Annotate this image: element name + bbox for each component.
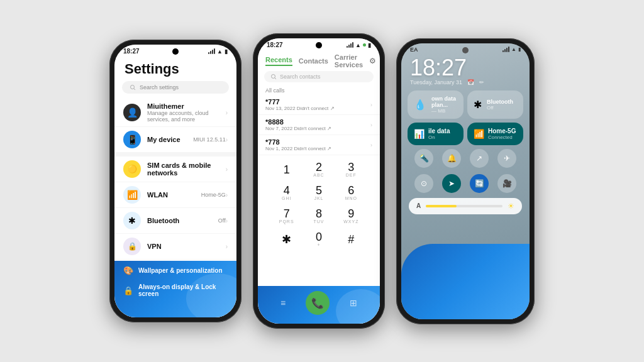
keypad: 1 2ABC 3DEF 4GHI 5JKL 6MNO 7PQRS 8TUV 9W… xyxy=(258,155,380,253)
cc-tile-wifi[interactable]: 📶 Home-5G Connected xyxy=(467,123,523,145)
status-icons-phone2: ▲ ▮ xyxy=(347,42,371,48)
call-arrow-1: › xyxy=(370,122,372,128)
chevron-icon-miuithemer: › xyxy=(226,109,228,116)
wifi-cc-icon: 📶 xyxy=(474,129,484,139)
dialer-tabs: Recents Contacts Carrier Services ⚙ xyxy=(258,50,380,71)
call-item-0[interactable]: *777 Nov 13, 2022 Didn't connect ↗ › xyxy=(258,95,380,115)
settings-search[interactable]: Search settings xyxy=(122,81,229,94)
phone2-screen: 18:27 ▲ ▮ Recents xyxy=(258,38,380,324)
call-button[interactable]: 📞 xyxy=(306,291,330,315)
flashlight-button[interactable]: 🔦 xyxy=(414,149,433,168)
chevron-icon-vpn: › xyxy=(226,243,228,250)
screencast-button[interactable]: ↗ xyxy=(470,149,489,168)
status-time-phone1: 18:27 xyxy=(123,48,140,55)
key-4[interactable]: 4GHI xyxy=(270,181,303,204)
bluetooth-value: Off xyxy=(218,217,226,224)
svg-line-1 xyxy=(134,89,135,90)
dialer-search-placeholder: Search contacts xyxy=(280,74,321,80)
battery-icon-phone1: ▮ xyxy=(225,48,228,55)
cc-user-label: EA xyxy=(410,47,418,53)
key-1[interactable]: 1 xyxy=(270,158,303,181)
rotate-button[interactable]: 🔄 xyxy=(470,174,489,193)
contacts-grid-icon[interactable]: ⊞ xyxy=(350,298,357,308)
settings-item-lockscreen[interactable]: 🔒 Always-on display & Lock screen xyxy=(114,278,236,300)
settings-item-bluetooth[interactable]: ✱ Bluetooth Off › xyxy=(114,208,236,234)
call-info-2: Nov 1, 2022 Didn't connect ↗ xyxy=(265,146,370,151)
cc-tiles-row1: 💧 own data plan... — MB ✱ Bluetooth Off xyxy=(401,87,530,123)
cc-status-icons: ▲ ▮ xyxy=(502,47,521,52)
settings-gear-icon[interactable]: ⚙ xyxy=(369,57,376,65)
cc-tile-bluetooth[interactable]: ✱ Bluetooth Off xyxy=(467,90,523,119)
chevron-icon-bluetooth: › xyxy=(226,217,228,224)
settings-screen: 18:27 ▲ ▮ Settings xyxy=(114,45,236,317)
search-placeholder-settings: Search settings xyxy=(140,84,179,90)
call-info-1: Nov 7, 2022 Didn't connect ↗ xyxy=(265,126,370,131)
cc-tile-data-plan[interactable]: 💧 own data plan... — MB xyxy=(408,90,464,119)
bluetooth-cc-sub: Off xyxy=(487,105,513,111)
key-2[interactable]: 2ABC xyxy=(303,158,335,181)
wlan-title: WLAN xyxy=(147,191,201,199)
tab-carrier[interactable]: Carrier Services xyxy=(335,53,363,69)
brightness-label: A xyxy=(416,202,421,209)
call-item-2[interactable]: *778 Nov 1, 2022 Didn't connect ↗ › xyxy=(258,135,380,155)
bluetooth-icon: ✱ xyxy=(123,212,141,229)
phone3-screen: EA ▲ ▮ 18:27 xyxy=(401,43,530,319)
key-7[interactable]: 7PQRS xyxy=(270,204,303,228)
battery-icon-phone3: ▮ xyxy=(518,47,521,52)
wifi-icon-phone1: ▲ xyxy=(217,48,223,55)
tab-contacts[interactable]: Contacts xyxy=(299,57,328,65)
wlan-value: Home-5G xyxy=(201,192,226,198)
vpn-icon: 🔒 xyxy=(123,238,141,255)
airplane-button[interactable]: ✈ xyxy=(497,149,516,168)
dialer-bottom-bar: ≡ 📞 ⊞ xyxy=(258,286,380,324)
brightness-fill xyxy=(426,205,457,207)
settings-item-mydevice[interactable]: 📱 My device MIUI 12.5.11 › xyxy=(114,127,236,153)
key-hash[interactable]: # xyxy=(335,228,367,251)
search-icon-settings xyxy=(130,84,136,90)
call-item-1[interactable]: *8888 Nov 7, 2022 Didn't connect ↗ › xyxy=(258,115,380,135)
key-9[interactable]: 9WXYZ xyxy=(335,204,367,228)
status-dot-phone2 xyxy=(363,43,366,47)
wifi-cc-title: Home-5G xyxy=(488,128,516,134)
key-3[interactable]: 3DEF xyxy=(335,158,367,181)
key-6[interactable]: 6MNO xyxy=(335,181,367,204)
bell-button[interactable]: 🔔 xyxy=(442,149,461,168)
cc-time-section: 18:27 Tuesday, January 31 📅 ✏ xyxy=(401,54,530,87)
search-icon-dialer xyxy=(270,74,277,80)
dnd-button[interactable]: ⊙ xyxy=(414,174,433,193)
key-8[interactable]: 8TUV xyxy=(303,204,335,228)
cc-tile-mobile-data[interactable]: 📊 ile data On xyxy=(408,123,464,145)
svg-point-0 xyxy=(131,85,135,89)
key-star[interactable]: ✱ xyxy=(270,228,303,251)
video-button[interactable]: 🎥 xyxy=(497,174,516,193)
bluetooth-cc-title: Bluetooth xyxy=(487,99,513,105)
signal-icon-phone1 xyxy=(208,48,215,54)
key-0[interactable]: 0+ xyxy=(303,228,335,251)
brightness-slider[interactable] xyxy=(426,205,502,207)
front-camera-phone1 xyxy=(172,48,179,55)
settings-item-vpn[interactable]: 🔒 VPN › xyxy=(114,234,236,260)
bottom-settings-section: 🎨 Wallpaper & personalization 🔒 Always-o… xyxy=(114,261,236,317)
signal-icon-phone2 xyxy=(347,42,353,48)
settings-item-wlan[interactable]: 📶 WLAN Home-5G › xyxy=(114,182,236,208)
settings-item-sim[interactable]: 🟡 SIM cards & mobile networks › xyxy=(114,156,236,182)
chevron-icon-wlan: › xyxy=(226,192,228,199)
settings-item-wallpaper[interactable]: 🎨 Wallpaper & personalization xyxy=(114,261,236,278)
front-camera-phone3 xyxy=(462,47,469,53)
status-time-phone2: 18:27 xyxy=(267,41,283,48)
cc-clock: 18:27 xyxy=(410,57,521,79)
location-button[interactable]: ➤ xyxy=(442,174,461,193)
key-5[interactable]: 5JKL xyxy=(303,181,335,204)
dialer-search[interactable]: Search contacts xyxy=(264,71,374,82)
calls-section: All calls xyxy=(258,85,380,95)
edit-icon[interactable]: ✏ xyxy=(479,79,484,85)
menu-icon-dialer[interactable]: ≡ xyxy=(280,298,286,308)
settings-item-miuithemer[interactable]: 👤 Miuithemer Manage accounts, cloud serv… xyxy=(114,99,236,127)
battery-icon-phone2: ▮ xyxy=(368,42,371,48)
svg-point-2 xyxy=(272,75,275,79)
mydevice-icon: 📱 xyxy=(123,131,141,148)
cc-brightness-control[interactable]: A ☀ xyxy=(409,198,522,214)
calendar-icon[interactable]: 📅 xyxy=(467,79,474,85)
tab-recents[interactable]: Recents xyxy=(265,56,292,66)
call-arrow-0: › xyxy=(370,102,372,108)
